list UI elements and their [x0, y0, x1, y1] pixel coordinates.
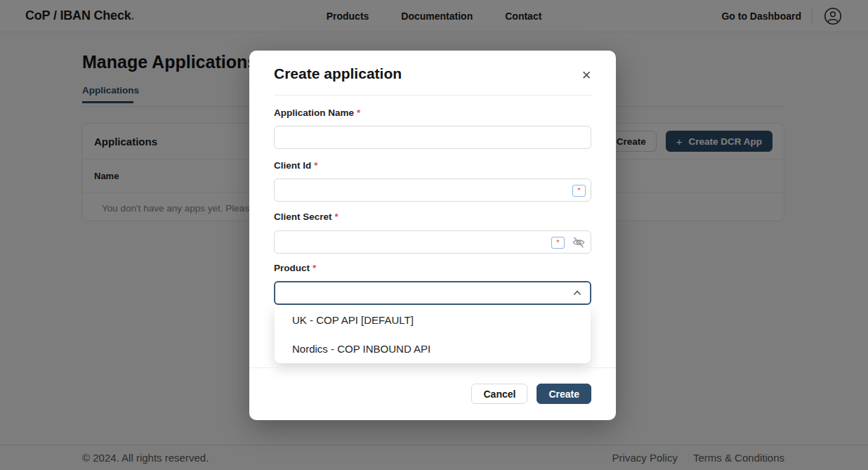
modal-create-button[interactable]: Create — [537, 384, 591, 404]
required-asterisk: * — [314, 160, 317, 171]
required-asterisk: * — [313, 263, 316, 273]
application-name-input[interactable] — [274, 126, 591, 149]
client-id-field: * — [274, 178, 591, 202]
product-label: Product* — [274, 263, 316, 273]
label-text: Client Secret — [274, 211, 332, 222]
client-id-label: Client Id* — [274, 160, 318, 171]
cancel-button[interactable]: Cancel — [471, 384, 527, 404]
autofill-icon[interactable]: * — [572, 185, 586, 197]
application-name-field — [274, 126, 591, 149]
application-name-label: Application Name* — [274, 107, 360, 118]
autofill-glyph: * — [577, 187, 580, 195]
eye-off-icon — [572, 235, 586, 249]
client-id-input[interactable] — [274, 178, 591, 202]
label-text: Client Id — [274, 160, 311, 171]
client-secret-label: Client Secret* — [274, 211, 338, 222]
modal-footer: Cancel Create — [471, 384, 591, 404]
close-button[interactable]: ✕ — [578, 67, 595, 84]
create-application-modal: Create application ✕ Application Name* C… — [249, 51, 616, 420]
modal-footer-divider — [249, 367, 616, 368]
required-asterisk: * — [335, 211, 338, 222]
label-text: Product — [274, 263, 310, 273]
modal-title: Create application — [274, 65, 402, 82]
autofill-icon[interactable]: * — [551, 237, 565, 249]
page: CoP / IBAN Check. Products Documentation… — [0, 0, 868, 470]
dropdown-option-uk-cop-api[interactable]: UK - COP API [DEFAULT] — [275, 306, 591, 334]
client-secret-input[interactable] — [274, 230, 591, 254]
close-icon: ✕ — [581, 68, 591, 83]
client-secret-field: * — [274, 230, 591, 254]
autofill-glyph: * — [556, 239, 559, 247]
toggle-secret-visibility-button[interactable] — [572, 235, 586, 249]
label-text: Application Name — [274, 107, 354, 118]
product-select[interactable] — [274, 281, 591, 305]
product-field — [274, 281, 591, 305]
modal-title-divider — [274, 95, 591, 96]
required-asterisk: * — [357, 107, 360, 118]
product-dropdown: UK - COP API [DEFAULT] Nordics - COP INB… — [275, 306, 591, 363]
dropdown-option-nordics-cop-inbound-api[interactable]: Nordics - COP INBOUND API — [275, 334, 591, 363]
